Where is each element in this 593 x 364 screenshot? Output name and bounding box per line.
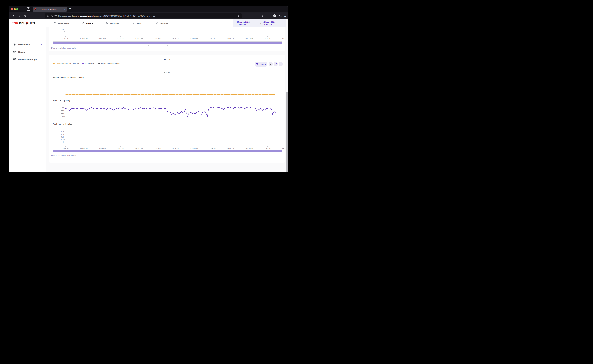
lock-icon[interactable] (51, 15, 53, 17)
pocket-icon[interactable] (262, 14, 265, 17)
legend-label: Minimum ever Wi-Fi RSSI (56, 63, 79, 65)
scrollbar-tick (206, 153, 206, 154)
tab-node-report[interactable]: Node Report (53, 19, 70, 27)
scrollbar-tick (148, 153, 149, 154)
hover-timestamp: -:--:-- (49, 72, 285, 74)
minimize-window-button[interactable] (14, 8, 16, 10)
sidebar-item-firmware-packages[interactable]: Firmware Packages (8, 56, 46, 63)
scrollbar-tick (72, 45, 72, 46)
sidebar: Dashboards Nodes Firmware Packages Accou… (8, 27, 46, 172)
browser-tab[interactable]: ESP Insights Dashboard × (33, 6, 67, 12)
legend-dot-icon (53, 63, 55, 65)
tab-settings[interactable]: Settings (156, 19, 168, 27)
zoom-in-button[interactable] (269, 62, 273, 66)
chevron-down-icon[interactable] (41, 43, 43, 46)
subchart-title: Minimum ever Wi-Fi RSSI (units) (53, 76, 84, 79)
chart-horizontal-scrollbar[interactable] (52, 41, 282, 46)
legend-dot-icon (82, 63, 84, 65)
back-icon[interactable] (13, 14, 15, 17)
legend-item-0[interactable]: Minimum ever Wi-Fi RSSI (53, 63, 79, 65)
menu-hamburger-icon[interactable]: ☰ (284, 14, 286, 17)
time-axis-label: 16:15 PM (98, 38, 106, 40)
drag-hint: Drag to scroll chart horizontally (51, 47, 76, 49)
new-tab-button[interactable]: + (69, 7, 71, 10)
page-scrollbar[interactable] (286, 19, 288, 172)
sidebar-item-label: Nodes (18, 51, 25, 53)
card-title: Wi-Fi (49, 58, 285, 61)
time-axis-label: 18:45 PM (282, 148, 285, 150)
y-tick-label: -55 (57, 94, 64, 96)
date-range-picker[interactable]: 10th Jul, 2024 (15:45:00) > 10th Jul, 20… (237, 19, 288, 27)
y-tick-dash (64, 142, 65, 142)
scrollbar-tick (282, 153, 282, 154)
time-axis-tick (176, 146, 176, 147)
time-axis-label: 17:00 PM (153, 38, 161, 40)
time-axis-label: 18:45 PM (282, 38, 285, 40)
layers-icon (13, 43, 16, 46)
scrollbar-ticks (53, 45, 282, 46)
scrollbar-tick (225, 45, 225, 46)
filters-label: Filters (260, 63, 266, 65)
y-tick-label: 0.4 (57, 27, 64, 28)
time-axis-tick (249, 146, 249, 147)
profile-avatar[interactable]: P (273, 14, 276, 17)
scrollbar-tick (91, 153, 91, 154)
time-axis-label: 16:30 PM (117, 38, 124, 40)
chevron-up-icon (280, 63, 282, 65)
tab-close-icon[interactable]: × (64, 8, 65, 10)
y-tick-label: 1 (57, 128, 64, 130)
sidebar-item-nodes[interactable]: Nodes (8, 49, 46, 55)
page-scrollbar-thumb[interactable] (286, 92, 288, 172)
extensions-puzzle-icon[interactable] (279, 14, 282, 17)
scrollbar-tick (148, 45, 149, 46)
time-axis-tick (176, 36, 176, 37)
time-axis-label: 15:45 PM (62, 38, 69, 40)
time-axis-label: 16:45 PM (135, 38, 143, 40)
help-button[interactable]: ? (274, 62, 278, 66)
y-tick-dash (64, 132, 65, 132)
url-bar[interactable]: https://dashboard.insights.espressif.com… (45, 13, 242, 19)
scrollbar-ticks (53, 153, 282, 154)
nav-label: Metrics (86, 22, 93, 25)
y-tick-label: 0.6 (57, 133, 64, 135)
permissions-icon[interactable] (54, 15, 57, 17)
tab-tags[interactable]: Tags (133, 19, 142, 27)
download-icon[interactable] (267, 14, 270, 17)
time-axis-tick (157, 146, 157, 147)
time-axis-tick (249, 36, 249, 37)
sidebar-toggle-icon[interactable] (27, 7, 30, 11)
legend-item-1[interactable]: Wi-Fi RSSI (82, 63, 95, 65)
scrollbar-tick (225, 153, 225, 154)
time-axis-label: 17:15 PM (172, 38, 179, 40)
esp-insights-logo[interactable]: ESPINSIHTS (12, 19, 35, 27)
report-icon (53, 22, 56, 25)
zoom-window-button[interactable] (16, 8, 18, 10)
close-window-button[interactable] (11, 8, 13, 10)
bookmark-star-icon[interactable] (237, 15, 240, 17)
chart-horizontal-scrollbar[interactable] (52, 149, 282, 154)
sidebar-item-dashboards[interactable]: Dashboards (8, 41, 46, 47)
variables-icon (105, 22, 108, 25)
time-axis-label: 18:15 PM (245, 38, 253, 40)
reload-icon[interactable] (24, 14, 27, 17)
time-axis-tick (231, 36, 231, 37)
legend-dot-icon (98, 63, 100, 65)
tab-metrics[interactable]: Metrics (82, 19, 93, 27)
tag-icon (133, 22, 135, 25)
wifi-rssi-line-chart[interactable] (52, 102, 285, 119)
time-axis-label: 17:30 PM (190, 38, 198, 40)
collapse-card-button[interactable] (279, 62, 283, 66)
legend-item-2[interactable]: Wi-Fi connect status (98, 63, 120, 65)
time-axis-tick (139, 146, 139, 147)
tab-variables[interactable]: Variables (105, 19, 119, 27)
y-tick-dash (64, 129, 65, 129)
y-tick-label: 0.2 (57, 138, 64, 140)
shield-icon[interactable] (47, 15, 49, 17)
date-range-start: 10th Jul, 2024 (15:45:00) (237, 21, 259, 26)
sidebar-item-account-settings[interactable]: Account Settings (8, 171, 46, 172)
scrollbar-thumb[interactable] (53, 42, 282, 44)
scrollbar-tick (282, 45, 282, 46)
scrollbar-thumb[interactable] (53, 150, 282, 152)
forward-icon[interactable] (18, 14, 21, 17)
filters-button[interactable]: Filters (255, 62, 267, 66)
